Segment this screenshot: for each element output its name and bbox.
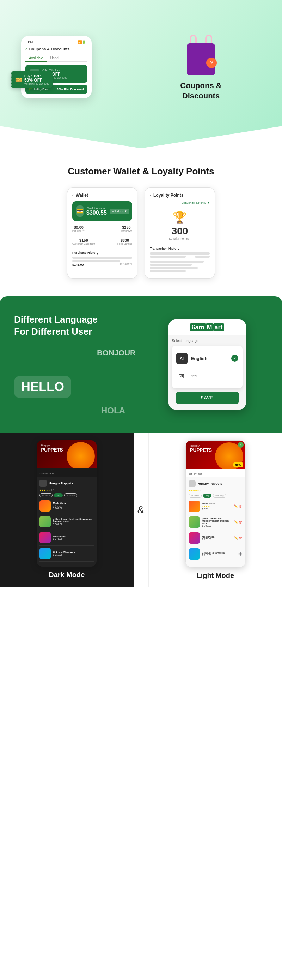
signal-icons: 📶🔋: [78, 40, 86, 44]
transaction-bar-6: [150, 267, 198, 269]
lang-phone-body: Select Language A| English ✓ অ: [168, 336, 246, 409]
healthy-food-icon-text: 🌿 Healthy Food: [29, 88, 48, 91]
points-value: 300: [153, 226, 206, 237]
sale-badge-light: 50%: [233, 463, 243, 467]
light-mode-title: Light Mode: [196, 571, 234, 580]
filter-all-light[interactable]: All Items: [189, 493, 202, 498]
menu-item-price-1-light: $ 162.00: [202, 507, 232, 510]
wallet-stat-withdrawn: $250 Withdrawn: [120, 225, 132, 232]
hola-word: HOLA: [101, 406, 125, 415]
language-left: Different LanguageFor Different User BON…: [14, 314, 136, 415]
menu-item-1-dark: Meda Vada ★★★★☆ $ 162.00: [40, 500, 94, 514]
bonjour-word: BONJOUR: [97, 348, 136, 358]
convert-to-currency[interactable]: Convert to currency ▼: [150, 201, 210, 204]
delete-icon[interactable]: 🗑: [239, 504, 242, 508]
history-bar-1: [72, 257, 132, 259]
rating-row-light: ★★★★☆ 4.5: [189, 489, 242, 492]
menu-item-actions-3: ✏️ 🗑: [234, 536, 242, 540]
restaurant-name-overlay-dark: Happy PUPPETS: [41, 444, 63, 453]
status-bar: 9:41 📶🔋: [25, 40, 87, 44]
rating-value-light: 4.5: [200, 489, 203, 492]
restaurant-brandname-dark: PUPPETS: [41, 447, 63, 453]
loyalty-back-icon[interactable]: ‹: [150, 193, 151, 198]
restaurant-name-overlay-light: Happy PUPPETS: [190, 444, 212, 453]
points-label: Loyalty Points !: [153, 237, 206, 240]
filter-veg-dark[interactable]: Veg: [54, 493, 62, 497]
coupons-heading: Coupons &Discounts: [180, 81, 221, 101]
menu-item-name-2-light: grilled lemon herb mediterranean chicken…: [202, 517, 232, 525]
wallet-screen-title: Wallet: [76, 193, 88, 198]
filter-nonveg-dark[interactable]: Non-Veg: [64, 493, 77, 497]
stars-light: ★★★★☆: [189, 489, 199, 492]
wallet-icon: 💳: [76, 205, 84, 217]
menu-item-info-1-dark: Meda Vada ★★★★☆ $ 162.00: [53, 502, 94, 509]
light-mode-half: Happy PUPPETS ✓ 50% 555-444-966 Hungry P…: [148, 433, 282, 587]
menu-item-rating-1-light: ★★★★☆: [202, 505, 232, 507]
edit-icon[interactable]: ✏️: [234, 504, 238, 508]
floating-coupon-title: Buy 1 Get 1: [24, 74, 49, 78]
wallet-amount-card: 💳 Wallet Amount $300.55 Withdraw ▼: [72, 201, 132, 221]
transaction-history-title: Transaction History: [150, 247, 210, 250]
menu-thumb-2-dark: [40, 516, 51, 527]
menu-item-3-light: Meat Pizza $ 276.00 ✏️ 🗑: [189, 532, 242, 546]
restaurant-phone-dark: Happy PUPPETS 555-444-966 Hungry Puppets…: [36, 440, 97, 566]
menu-item-3-dark: Meat Pizza $ 276.00: [40, 532, 94, 546]
coupons-left: 🎫 Buy 1 Get 1 50% OFF Valid until 20 Jan…: [21, 36, 141, 98]
loyalty-points-display: 🏆 300 Loyalty Points !: [150, 207, 210, 244]
restaurant-brand-light: Happy: [190, 444, 212, 447]
filter-veg-light[interactable]: Veg: [203, 493, 211, 498]
restaurant-info-row-light: Hungry Puppets: [189, 480, 242, 487]
menu-item-price-3-light: $ 276.00: [202, 538, 232, 541]
restaurant-phone-light: Happy PUPPETS ✓ 50% 555-444-966 Hungry P…: [185, 440, 246, 567]
withdraw-button[interactable]: Withdraw ▼: [109, 208, 129, 214]
case-label: Customer Case restr: [72, 243, 95, 245]
history-amount: $145.00: [72, 263, 84, 267]
phone-header: ‹ Coupons & Discounts: [25, 46, 87, 52]
filter-nonveg-light[interactable]: Non-Veg: [213, 493, 226, 498]
edit-icon-3[interactable]: ✏️: [234, 536, 238, 540]
menu-thumb-1-light: [189, 501, 200, 512]
coupons-phone-mockup: 9:41 📶🔋 ‹ Coupons & Discounts Available …: [21, 36, 92, 98]
delete-icon-2[interactable]: 🗑: [239, 520, 242, 524]
language-section: Different LanguageFor Different User BON…: [0, 296, 282, 433]
menu-item-4-dark: Chicken Shawarma $ 218.00: [40, 548, 94, 562]
tab-used[interactable]: Used: [46, 55, 62, 61]
lang-option-bengali[interactable]: অ বাংলা: [176, 367, 238, 384]
wallet-stats-row-2: $156 Customer Case restr $300 Food Earni…: [72, 238, 132, 245]
delete-icon-3[interactable]: 🗑: [239, 536, 242, 540]
tab-available[interactable]: Available: [25, 55, 46, 62]
language-title: Different LanguageFor Different User: [14, 314, 136, 338]
shopping-bag-illustration: %: [183, 33, 219, 75]
loyalty-screen-title: Loyality Points: [153, 193, 183, 198]
lang-option-english[interactable]: A| English ✓: [176, 350, 238, 367]
menu-item-name-4-light: Chicken Shawarma: [202, 551, 236, 554]
transaction-row-1: [150, 256, 210, 259]
menu-item-name-4-dark: Chicken Shawarma: [53, 551, 94, 554]
menu-item-1-light: Meda Vada ★★★★☆ $ 162.00 ✏️ 🗑: [189, 501, 242, 514]
floating-coupon-valid: Valid until 20 Jan 2022: [24, 83, 49, 85]
wallet-back-icon[interactable]: ‹: [72, 193, 74, 198]
coupon-scissors-icon: 🎫: [15, 76, 22, 83]
wallet-section: Customer Wallet & Loyalty Points ‹ Walle…: [0, 148, 282, 296]
wallet-section-title: Customer Wallet & Loyalty Points: [14, 166, 268, 177]
menu-item-actions-4: ➕: [238, 552, 242, 556]
wallet-stat-earning: $300 Food Earning: [117, 238, 132, 245]
wallet-amount-label: Wallet Amount: [86, 207, 107, 210]
menu-thumb-4-dark: [40, 548, 51, 559]
and-divider: &: [134, 433, 148, 587]
transaction-bar-1: [150, 252, 210, 255]
filter-all-dark[interactable]: All Items: [40, 493, 52, 497]
menu-item-name-3-dark: Meat Pizza: [53, 535, 94, 538]
menu-item-info-2-dark: grilled lemon herb mediterranean chicken…: [53, 518, 94, 525]
restaurant-body-light: Hungry Puppets ★★★★☆ 4.5 All Items Veg N…: [186, 477, 245, 567]
back-arrow-icon[interactable]: ‹: [25, 46, 27, 52]
dark-mode-title: Dark Mode: [49, 571, 85, 579]
menu-thumb-4-light: [189, 548, 200, 560]
green-check-icon: ✓: [238, 442, 244, 448]
menu-item-info-1-light: Meda Vada ★★★★☆ $ 162.00: [202, 502, 232, 510]
filter-tabs-dark: All Items Veg Non-Veg: [40, 493, 94, 497]
save-language-button[interactable]: SAVE: [176, 392, 239, 404]
edit-icon-2[interactable]: ✏️: [234, 520, 238, 524]
dark-mode-half: Happy PUPPETS 555-444-966 Hungry Puppets…: [0, 433, 134, 587]
add-icon[interactable]: ➕: [238, 552, 242, 556]
